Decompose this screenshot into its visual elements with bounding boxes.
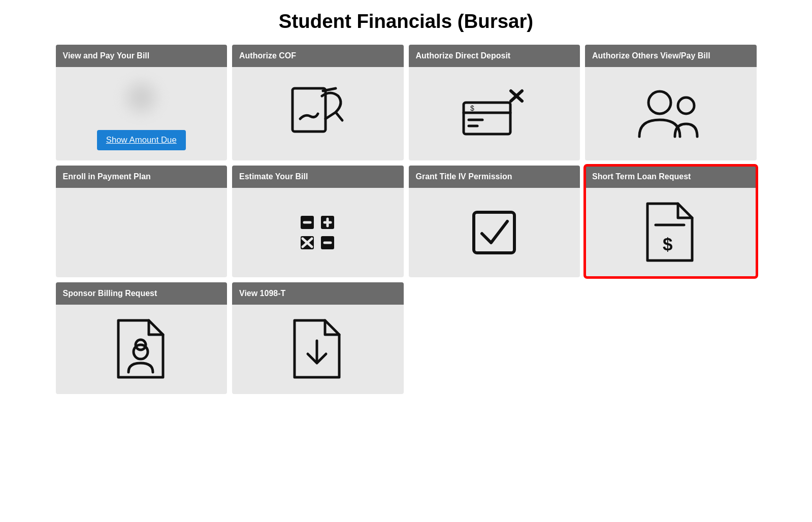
card-view-pay-bill[interactable]: View and Pay Your BillShow Amount Due <box>56 45 228 160</box>
card-short-term-loan[interactable]: Short Term Loan Request $ <box>585 166 757 277</box>
card-body-authorize-direct-deposit: $ <box>409 67 580 160</box>
checkbox-icon <box>468 206 521 259</box>
card-header-sponsor-billing: Sponsor Billing Request <box>56 282 228 305</box>
svg-point-11 <box>678 97 694 114</box>
card-estimate-bill[interactable]: Estimate Your Bill <box>232 166 404 277</box>
card-header-grant-title-iv: Grant Title IV Permission <box>409 166 580 188</box>
svg-text:$: $ <box>663 234 672 254</box>
card-body-view-1098t <box>232 305 404 394</box>
svg-point-10 <box>648 91 671 114</box>
card-view-1098t[interactable]: View 1098-T <box>232 282 404 394</box>
card-authorize-others[interactable]: Authorize Others View/Pay Bill <box>585 45 757 160</box>
card-authorize-cof[interactable]: Authorize COF <box>232 45 404 160</box>
loan-document-icon: $ <box>641 200 700 266</box>
show-amount-due-button[interactable]: Show Amount Due <box>97 130 186 150</box>
sponsor-document-icon <box>112 316 171 382</box>
card-authorize-direct-deposit[interactable]: Authorize Direct Deposit $ <box>409 45 580 160</box>
card-sponsor-billing[interactable]: Sponsor Billing Request <box>56 282 228 394</box>
page-title: Student Financials (Bursar) <box>10 10 802 32</box>
card-enroll-payment-plan[interactable]: Enroll in Payment Plan <box>56 166 228 277</box>
card-header-view-1098t: View 1098-T <box>232 282 404 305</box>
card-header-view-pay-bill: View and Pay Your Bill <box>56 45 228 67</box>
card-body-enroll-payment-plan <box>56 188 228 277</box>
svg-rect-22 <box>474 212 514 253</box>
svg-line-2 <box>336 112 342 120</box>
card-body-estimate-bill <box>232 188 404 277</box>
card-body-authorize-others <box>585 67 757 160</box>
authorize-others-icon <box>635 88 706 139</box>
card-header-authorize-cof: Authorize COF <box>232 45 404 67</box>
card-header-estimate-bill: Estimate Your Bill <box>232 166 404 188</box>
card-header-short-term-loan: Short Term Loan Request <box>585 166 757 188</box>
card-header-enroll-payment-plan: Enroll in Payment Plan <box>56 166 228 188</box>
download-document-icon <box>288 316 347 382</box>
card-header-authorize-direct-deposit: Authorize Direct Deposit <box>409 45 580 67</box>
card-body-grant-title-iv <box>409 188 580 277</box>
card-body-short-term-loan: $ <box>585 188 757 277</box>
blurred-balance-circle <box>121 77 161 118</box>
card-body-view-pay-bill: Show Amount Due <box>56 67 228 160</box>
card-body-authorize-cof <box>232 67 404 160</box>
direct-deposit-icon: $ <box>461 88 527 139</box>
card-body-sponsor-billing <box>56 305 228 394</box>
svg-rect-0 <box>293 88 326 132</box>
authorize-cof-icon <box>287 86 348 142</box>
card-header-authorize-others: Authorize Others View/Pay Bill <box>585 45 757 67</box>
svg-text:$: $ <box>470 104 474 112</box>
cards-grid: View and Pay Your BillShow Amount DueAut… <box>56 45 757 394</box>
calculator-icon <box>288 204 347 262</box>
card-grant-title-iv[interactable]: Grant Title IV Permission <box>409 166 580 277</box>
